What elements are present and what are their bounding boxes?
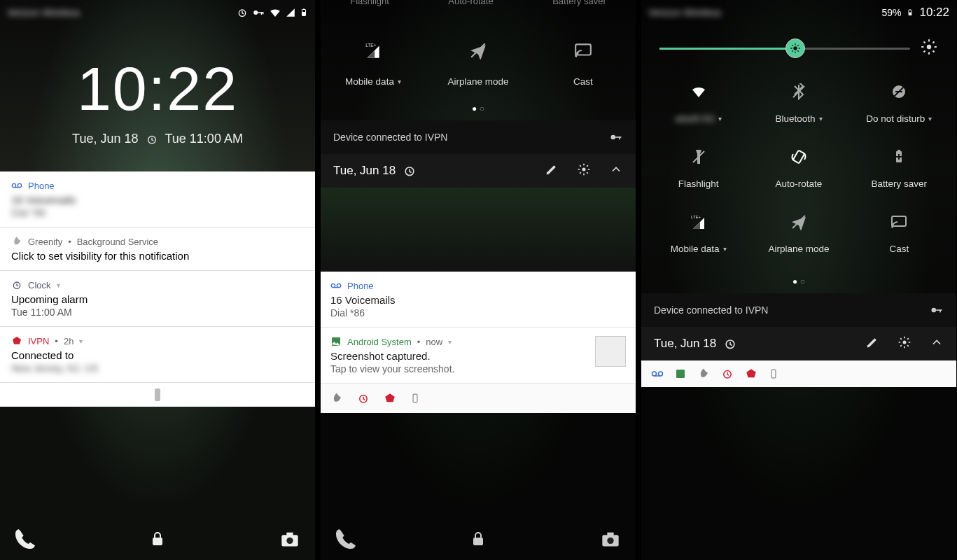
svg-point-20 <box>611 135 616 140</box>
qs-label: Bluetooth <box>775 113 815 124</box>
image-icon <box>675 368 686 379</box>
qs-flashlight[interactable]: Flashlight <box>648 136 748 196</box>
phone-shortcut[interactable] <box>336 529 356 552</box>
chevron-down-icon[interactable]: ▾ <box>398 78 401 85</box>
svg-rect-35 <box>909 13 911 15</box>
lock-icon[interactable] <box>149 531 166 550</box>
wifi-icon <box>269 6 281 19</box>
chevron-down-icon[interactable]: ▾ <box>57 281 60 289</box>
dnd-icon <box>886 78 912 105</box>
carrier-label: Verizon Wireless <box>648 7 721 18</box>
qs-cast[interactable]: Cast <box>541 33 625 87</box>
collapsed-notif-row[interactable] <box>641 360 956 387</box>
full-quick-settings-pane: Verizon Wireless 59% 10:22 attwifi-5G▾ B… <box>641 0 956 560</box>
signal-lte-icon: LTE+ <box>685 209 712 235</box>
svg-rect-36 <box>910 9 911 10</box>
device-icon <box>769 368 778 380</box>
collapse-button[interactable] <box>609 162 623 179</box>
alarm-icon <box>146 133 158 146</box>
svg-point-9 <box>12 183 15 187</box>
signal-icon <box>286 8 295 18</box>
chevron-down-icon[interactable]: ▾ <box>718 115 722 122</box>
settings-button[interactable] <box>897 335 911 352</box>
carrier-label: Verizon Wireless <box>7 7 80 18</box>
qs-airplane-mode[interactable]: Airplane mode <box>748 202 848 261</box>
qs-battery-saver[interactable]: Battery saver <box>849 136 949 196</box>
alarm-icon <box>11 279 22 290</box>
qs-dnd[interactable]: Do not disturb▾ <box>849 71 949 131</box>
qs-autorotate[interactable]: Auto-rotate <box>748 136 848 196</box>
notification-greenify[interactable]: Greenify • Background Service Click to s… <box>0 227 315 271</box>
notif-app: Android System <box>347 337 412 347</box>
slider-thumb[interactable] <box>785 38 805 58</box>
qs-wifi[interactable]: attwifi-5G▾ <box>648 71 748 131</box>
notification-drag-handle[interactable] <box>0 383 315 407</box>
chevron-down-icon[interactable]: ▾ <box>723 245 727 253</box>
qs-label: Mobile data <box>671 244 720 254</box>
brightness-slider[interactable] <box>659 48 910 50</box>
vpn-status-row[interactable]: Device connected to IVPN <box>641 293 956 327</box>
edit-button[interactable] <box>865 335 879 352</box>
qs-row: LTE+ Mobile data ▾ Airplane mode Cast <box>321 26 636 91</box>
qs-mobile-data[interactable]: LTE+ Mobile data ▾ <box>331 33 415 87</box>
camera-shortcut[interactable] <box>601 529 620 552</box>
lock-icon[interactable] <box>470 531 487 550</box>
chevron-down-icon[interactable]: ▾ <box>79 337 83 345</box>
chevron-down-icon[interactable]: ▾ <box>928 115 932 122</box>
qs-cast[interactable]: Cast <box>849 202 949 261</box>
camera-shortcut[interactable] <box>280 529 300 552</box>
notification-screenshot[interactable]: Android System • now ▾ Screenshot captur… <box>321 328 636 384</box>
phone-shortcut[interactable] <box>15 529 35 552</box>
qs-bluetooth[interactable]: Bluetooth▾ <box>748 71 848 131</box>
svg-point-50 <box>892 227 893 228</box>
qs-label: Airplane mode <box>447 76 508 87</box>
settings-button[interactable] <box>920 38 938 59</box>
screenshot-thumbnail[interactable] <box>595 336 626 367</box>
vpn-status-row[interactable]: Device connected to IVPN <box>321 120 636 154</box>
edit-button[interactable] <box>545 162 559 179</box>
notification-phone[interactable]: Phone 16 Voicemails Dial *86 <box>321 272 636 328</box>
battery-icon <box>907 7 914 18</box>
notif-app: Greenify <box>28 237 62 247</box>
vpn-key-icon <box>930 303 944 317</box>
collapsed-notif-row[interactable] <box>321 384 636 413</box>
notification-clock[interactable]: Clock ▾ Upcoming alarm Tue 11:00 AM <box>0 271 315 327</box>
flashlight-icon <box>685 144 712 170</box>
notification-list: Phone 16 Voicemails Dial *86 Greenify • … <box>0 172 315 407</box>
collapse-button[interactable] <box>930 335 944 352</box>
svg-point-32 <box>607 538 613 544</box>
leaf-icon <box>11 236 22 247</box>
qs-label: Auto-rotate <box>776 178 823 189</box>
ivpn-icon <box>11 335 22 346</box>
notification-phone[interactable]: Phone 16 Voicemails Dial *86 <box>0 172 315 227</box>
notif-sub: Tue 11:00 AM <box>11 307 304 318</box>
chevron-down-icon[interactable]: ▾ <box>448 338 452 346</box>
chevron-down-icon[interactable]: ▾ <box>819 115 823 122</box>
notif-sub: New Jersey, NJ, US <box>11 363 304 374</box>
bluetooth-icon <box>785 78 812 105</box>
ivpn-icon <box>745 368 757 380</box>
svg-point-14 <box>286 538 293 544</box>
alarm-icon <box>357 392 370 405</box>
svg-point-1 <box>253 10 258 15</box>
settings-button[interactable] <box>577 162 591 179</box>
notif-sub: Tap to view your screenshot. <box>330 363 626 374</box>
notif-app: Phone <box>347 281 374 291</box>
svg-point-19 <box>575 56 577 57</box>
lockscreen-pane: Verizon Wireless 10:22 Tue, Jun 18 Tue 1… <box>0 0 315 560</box>
next-alarm: Tue 11:00 AM <box>165 132 243 146</box>
notification-ivpn[interactable]: IVPN • 2h ▾ Connected to New Jersey, NJ,… <box>0 327 315 383</box>
qs-label: Do not disturb <box>866 113 925 124</box>
qs-airplane-mode[interactable]: Airplane mode <box>436 33 520 87</box>
qs-label: Cast <box>573 76 593 87</box>
slider-fill <box>659 48 790 50</box>
qs-mobile-data[interactable]: LTE+ Mobile data▾ <box>648 202 748 261</box>
cast-icon <box>886 209 912 235</box>
svg-rect-4 <box>263 12 264 14</box>
notif-title: Click to set visibility for this notific… <box>11 250 304 262</box>
svg-rect-46 <box>897 150 900 151</box>
lockscreen-clock: 10:22 Tue, Jun 18 Tue 11:00 AM <box>0 53 315 146</box>
svg-rect-60 <box>771 370 776 378</box>
svg-rect-6 <box>302 12 305 15</box>
page-indicator: ● ○ <box>641 276 956 286</box>
